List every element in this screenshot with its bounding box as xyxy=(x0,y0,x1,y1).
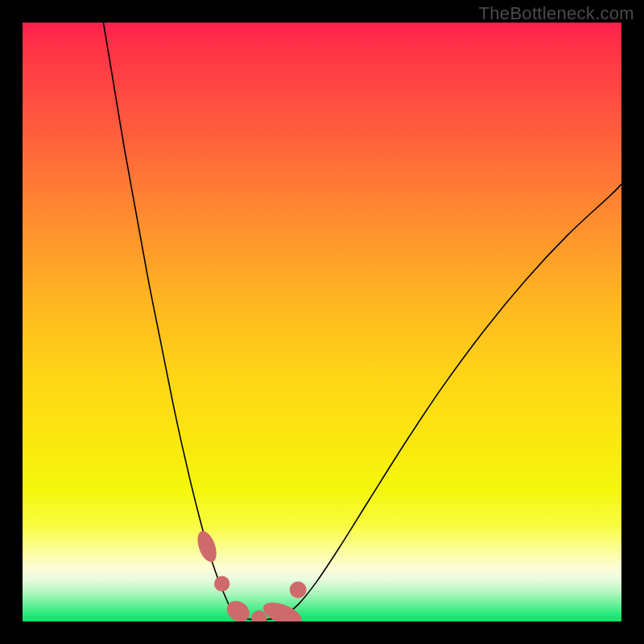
bottleneck-curve-plot xyxy=(23,23,621,621)
marker-left-blob-top xyxy=(194,529,221,565)
curve-group xyxy=(103,23,621,620)
marker-group xyxy=(194,529,307,621)
marker-floor-dot-center xyxy=(251,610,266,621)
marker-left-dot-mid xyxy=(214,576,229,591)
marker-right-dot-above xyxy=(290,581,307,598)
chart-container: TheBottleneck.com xyxy=(0,0,644,644)
bottleneck-curve xyxy=(103,23,621,620)
plot-area xyxy=(23,23,621,621)
watermark-text: TheBottleneck.com xyxy=(479,3,634,24)
